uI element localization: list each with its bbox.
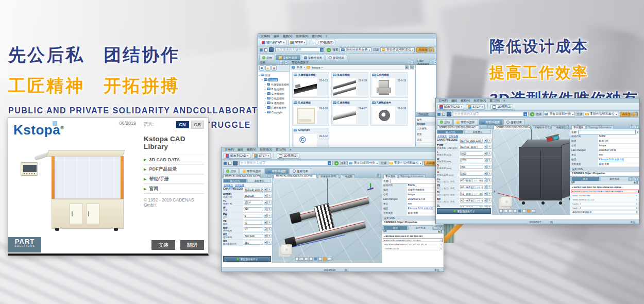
menu-item[interactable]: 附加项(X)	[260, 148, 272, 151]
navigation-cube[interactable]	[281, 244, 292, 255]
bom-tab[interactable]: 部件列表	[409, 226, 433, 230]
export-to-cad-button[interactable]: 输出到CAD▾	[260, 40, 286, 45]
close-icon[interactable]: ✕	[635, 125, 638, 129]
chevron-down-icon[interactable]: ▾	[264, 207, 267, 211]
database-icon[interactable]: ◙	[259, 65, 264, 71]
parameter-value[interactable]: NY	[244, 227, 263, 231]
subtab-input[interactable]: 输入行为	[223, 179, 247, 183]
chevron-down-icon[interactable]: ▾	[484, 172, 487, 176]
parameter-value[interactable]: T20I 120I	[244, 234, 263, 238]
advanced-search-button[interactable]: 高级搜索▾	[416, 47, 434, 53]
search-option-checkbox[interactable]	[224, 162, 227, 165]
expand-all-link[interactable]: 全部展开	[437, 135, 447, 138]
topology-tab[interactable]: Topology Information	[398, 174, 426, 178]
view-2d-button[interactable]: 2D视图(2)	[313, 40, 335, 45]
chevron-down-icon[interactable]: ▾	[484, 185, 487, 189]
step-format-button[interactable]: STEP▾	[466, 104, 485, 110]
chevron-down-icon[interactable]: ▾	[484, 192, 487, 196]
tree-item[interactable]: ▸ E.通用模组	[259, 100, 289, 105]
chevron-down-icon[interactable]: ▾	[264, 221, 267, 225]
tab-search-results[interactable]: 搜索结果	[326, 55, 347, 60]
update-dimensions-button[interactable]: 更新预设值尺寸	[437, 208, 491, 214]
filter-combo[interactable]: 零部件说明和单位▾	[380, 47, 415, 52]
menu-item[interactable]: 视图(V)	[247, 148, 256, 151]
menu-item[interactable]: 编辑	[238, 148, 243, 151]
breadcrumb-category[interactable]: kstopa	[312, 66, 320, 69]
tree-caret-icon[interactable]: ▸	[265, 106, 266, 109]
menu-item[interactable]: 附加项(X)	[296, 35, 308, 38]
view-tool-icon[interactable]	[328, 257, 331, 261]
close-icon[interactable]: ✕	[284, 61, 288, 64]
tab-part-view[interactable]: 零部件视图	[301, 55, 326, 60]
parameter-value[interactable]: BSZSLB-1009-240-S-V1-N	[244, 188, 263, 192]
collapse-all-link[interactable]: 全部折叠	[235, 184, 244, 187]
structure-row[interactable]: T20I1B1240-021	[383, 247, 443, 250]
part-number-tab[interactable]: SDPR2-1600-1200-760-1990-AO...	[437, 125, 479, 129]
edit-icon[interactable]: ✎	[267, 234, 272, 238]
menu-item[interactable]: 视图(V)	[461, 99, 470, 103]
search-option-checkbox[interactable]	[264, 48, 267, 52]
search-dropdown-icon[interactable]: ▾	[320, 48, 324, 52]
pan-icon[interactable]	[318, 257, 322, 261]
maximize-icon[interactable]: □	[279, 61, 283, 64]
catalog-card[interactable]: D.机架模组 19-6-19	[292, 100, 329, 126]
view-option-icon[interactable]: ▦	[405, 65, 409, 69]
catalog-card[interactable]: E.通用模组 19-4-22	[331, 100, 368, 126]
edit-icon[interactable]: ✎	[267, 227, 272, 231]
search-option-checkbox[interactable]	[442, 113, 445, 116]
structure-row[interactable]: 16001200SC1C1C1C11	[571, 198, 639, 201]
maximize-icon[interactable]: □	[430, 61, 432, 64]
structure-row[interactable]: A1S2961DAS212-B2	[571, 210, 639, 214]
parameter-value[interactable]: A1 - 单开右门（-）-玻璃窗（透）	[460, 198, 483, 202]
search-input[interactable]: 全文搜索的关键字▾	[275, 47, 325, 52]
viewport-3d[interactable]: X	[493, 129, 570, 215]
view-2d-button[interactable]: 2D视图(2)	[277, 153, 299, 159]
view-tool-icon[interactable]	[509, 209, 512, 213]
viewport-tab-2d[interactable]: 二维视图	[340, 174, 355, 178]
rotate-icon[interactable]	[314, 257, 317, 261]
edit-icon[interactable]: ✎	[267, 207, 272, 211]
tree-item[interactable]: ▸ F.通用标准件	[259, 105, 289, 110]
search-mode-button[interactable]	[233, 161, 238, 165]
view-2d-button[interactable]: 2D视图(2)	[490, 104, 513, 110]
tree-item[interactable]: ▸ 目录	[259, 73, 289, 77]
part-properties-tab[interactable]: 零件属性	[571, 125, 585, 129]
pan-icon[interactable]	[522, 209, 526, 213]
catalog-card[interactable]: B.输送模组 19-6-19	[331, 72, 368, 98]
tab-start[interactable]: 启动	[223, 168, 239, 174]
search-input[interactable]: 全文搜索的关键字▾	[239, 161, 333, 165]
chevron-down-icon[interactable]: ▾	[264, 227, 267, 231]
menu-item[interactable]: 视图(V)	[283, 35, 292, 38]
chevron-down-icon[interactable]: ▾	[264, 200, 267, 205]
expand-all-link[interactable]: 全部展开	[224, 184, 233, 187]
edit-icon[interactable]: ✎	[267, 241, 272, 245]
parameter-value[interactable]: SDPR2 - 标准门	[460, 145, 483, 149]
view-tool-icon[interactable]	[295, 257, 299, 261]
structure-row[interactable]: SDPR2-1600-1200-760-1990-A16GA16G-A16GA…	[571, 185, 639, 189]
topology-tab[interactable]: Topology Information	[586, 125, 614, 129]
viewport-3d[interactable]	[273, 178, 382, 263]
name-input[interactable]	[390, 179, 440, 183]
parameter-value[interactable]: 100.4	[244, 200, 263, 205]
search-go-icon[interactable]: +	[530, 112, 534, 116]
close-icon[interactable]: ✕	[434, 61, 437, 64]
menu-item[interactable]: 窗口(W)	[489, 99, 500, 103]
search-dropdown-icon[interactable]: ▾	[523, 112, 527, 116]
tab-start[interactable]: 启动	[437, 119, 453, 125]
tree-caret-icon[interactable]: ▸	[259, 74, 260, 76]
dialog-menu-item[interactable]: ▶ 3D CAD DATA	[144, 155, 204, 164]
maximize-icon[interactable]: □	[267, 174, 271, 178]
language-gb-button[interactable]: GB	[191, 121, 205, 129]
chevron-down-icon[interactable]: ▾	[484, 158, 487, 162]
tree-item[interactable]: ▸ kstopa	[259, 77, 289, 82]
search-mode-button[interactable]	[269, 47, 274, 52]
chevron-down-icon[interactable]: ▾	[264, 234, 267, 238]
parameter-value[interactable]: 1200	[460, 158, 483, 162]
maximize-icon[interactable]: □	[487, 125, 491, 129]
dialog-menu-item[interactable]: ▶ 官网	[144, 184, 204, 194]
parameter-value[interactable]: A1 - 标准门（-）-玻璃窗（透）	[460, 205, 483, 207]
filter-combo[interactable]: 零部件说明和单位▾	[584, 112, 619, 116]
menu-item[interactable]: 文件(F)	[438, 99, 448, 103]
menu-item[interactable]: ?	[503, 99, 505, 103]
structure-row[interactable]: Caster_11	[571, 202, 639, 206]
